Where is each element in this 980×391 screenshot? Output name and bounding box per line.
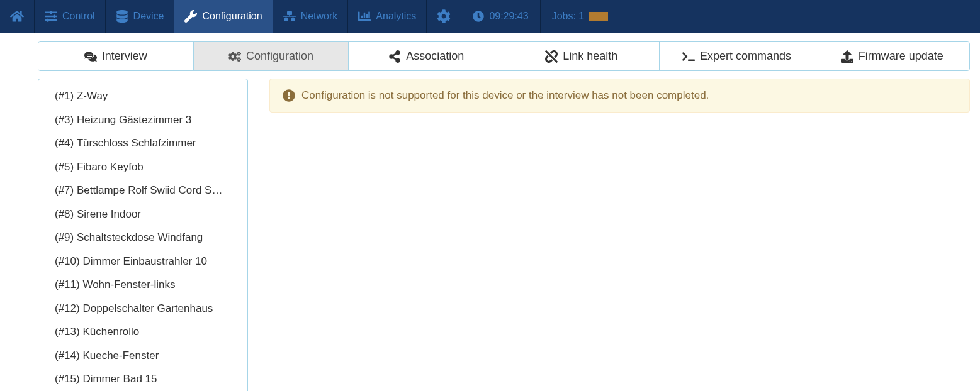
device-item[interactable]: (#3) Heizung Gästezimmer 3: [38, 108, 247, 132]
device-item[interactable]: (#12) Doppelschalter Gartenhaus: [38, 297, 247, 321]
device-list: (#1) Z-Way(#3) Heizung Gästezimmer 3(#4)…: [38, 79, 248, 391]
device-item[interactable]: (#1) Z-Way: [38, 79, 247, 108]
tab-expert-commands[interactable]: Expert commands: [660, 42, 815, 70]
tab-association[interactable]: Association: [349, 42, 504, 70]
wrench-icon: [184, 10, 197, 23]
tab-configuration-label: Configuration: [246, 50, 313, 63]
warning-icon: [283, 89, 295, 102]
clock-icon: [473, 11, 484, 22]
tab-link-health[interactable]: Link health: [504, 42, 660, 70]
device-item[interactable]: (#15) Dimmer Bad 15: [38, 367, 247, 391]
gears-icon: [228, 50, 241, 63]
nav-jobs[interactable]: Jobs: 1: [541, 0, 620, 33]
terminal-icon: [682, 50, 695, 63]
network-icon: [283, 10, 296, 23]
device-item[interactable]: (#13) Küchenrollo: [38, 320, 247, 344]
nav-device[interactable]: Device: [106, 0, 175, 33]
alert-message: Configuration is not supported for this …: [301, 89, 709, 102]
nav-control-label: Control: [62, 11, 95, 22]
tab-firmware-update[interactable]: Firmware update: [814, 42, 969, 70]
device-item[interactable]: (#11) Wohn-Fenster-links: [38, 273, 247, 297]
device-item[interactable]: (#5) Fibaro Keyfob: [38, 155, 247, 179]
share-icon: [388, 50, 401, 63]
top-navigation: Control Device Configuration Network Ana…: [0, 0, 980, 33]
upload-icon: [841, 50, 853, 63]
jobs-label: Jobs: 1: [552, 11, 585, 22]
tab-interview-label: Interview: [102, 50, 147, 63]
device-item[interactable]: (#4) Türschloss Schlafzimmer: [38, 131, 247, 155]
nav-analytics-label: Analytics: [376, 11, 416, 22]
tab-association-label: Association: [406, 50, 464, 63]
nav-analytics[interactable]: Analytics: [348, 0, 427, 33]
tab-interview[interactable]: Interview: [38, 42, 194, 70]
jobs-progress-bar: [589, 12, 608, 21]
bars-icon: [358, 10, 371, 23]
nav-configuration-label: Configuration: [202, 11, 262, 22]
tab-firmware-update-label: Firmware update: [859, 50, 943, 63]
chat-icon: [84, 50, 97, 63]
nav-network[interactable]: Network: [273, 0, 349, 33]
configuration-alert: Configuration is not supported for this …: [269, 79, 970, 113]
device-item[interactable]: (#7) Bettlampe Rolf Swiid Cord S…: [38, 179, 247, 202]
gear-icon: [437, 9, 451, 23]
nav-home[interactable]: [0, 0, 35, 33]
tab-configuration[interactable]: Configuration: [194, 42, 349, 70]
nav-network-label: Network: [301, 11, 338, 22]
nav-control[interactable]: Control: [35, 0, 106, 33]
subtabs: Interview Configuration Association Link…: [38, 41, 970, 71]
tab-expert-commands-label: Expert commands: [700, 50, 791, 63]
device-item[interactable]: (#14) Kueche-Fenster: [38, 344, 247, 368]
nav-settings[interactable]: [427, 0, 461, 33]
unlink-icon: [545, 50, 558, 63]
nav-configuration[interactable]: Configuration: [174, 0, 273, 33]
device-item[interactable]: (#10) Dimmer Einbaustrahler 10: [38, 250, 247, 273]
time-value: 09:29:43: [489, 11, 528, 22]
device-item[interactable]: (#9) Schaltsteckdose Windfang: [38, 226, 247, 250]
database-icon: [116, 10, 128, 23]
device-item[interactable]: (#8) Sirene Indoor: [38, 202, 247, 226]
home-icon: [10, 9, 24, 23]
sliders-icon: [45, 10, 57, 23]
tab-link-health-label: Link health: [563, 50, 617, 63]
nav-time: 09:29:43: [461, 0, 540, 33]
nav-device-label: Device: [133, 11, 164, 22]
